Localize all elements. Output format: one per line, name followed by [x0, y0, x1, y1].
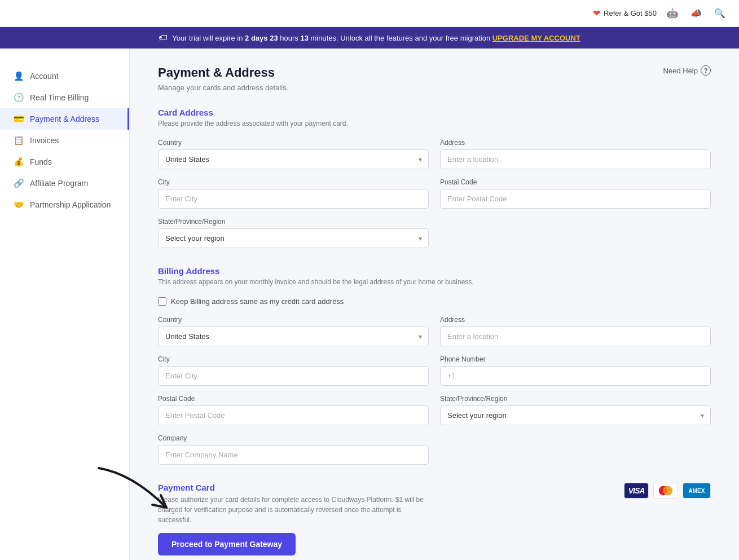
billing-company-spacer	[440, 434, 711, 465]
billing-address-group: Address	[440, 316, 711, 346]
card-address-title: Card Address	[158, 108, 711, 117]
account-icon: 👤	[14, 71, 24, 81]
billing-company-input[interactable]	[158, 445, 429, 465]
clock-icon: 🕐	[14, 92, 24, 103]
card-region-row: State/Province/Region Select your region…	[158, 218, 711, 248]
upgrade-link[interactable]: UPGRADE MY ACCOUNT	[492, 34, 580, 42]
sidebar-item-affiliate[interactable]: 🔗 Affiliate Program	[0, 173, 129, 194]
search-icon-button[interactable]: 🔍	[712, 6, 728, 21]
trial-text: Your trial will expire in 2 days 23 hour…	[172, 34, 580, 42]
page-subtitle: Manage your cards and address details.	[158, 83, 711, 92]
sidebar-item-account[interactable]: 👤 Account	[0, 65, 129, 87]
card-address-desc: Please provide the address associated wi…	[158, 120, 711, 127]
billing-phone-input[interactable]	[440, 366, 711, 386]
card-city-label: City	[158, 178, 429, 186]
billing-postal-input[interactable]	[158, 405, 429, 425]
billing-postal-region-row: Postal Code State/Province/Region Select…	[158, 395, 711, 425]
visa-icon: VISA	[624, 483, 649, 499]
card-address-input[interactable]	[440, 149, 711, 169]
billing-city-input[interactable]	[158, 366, 429, 386]
sidebar-item-invoices[interactable]: 📋 Invoices	[0, 130, 129, 151]
card-postal-group: Postal Code	[440, 178, 711, 209]
card-region-select[interactable]: Select your region California New York T…	[158, 228, 429, 248]
sidebar-item-partnership[interactable]: 🤝 Partnership Application	[0, 194, 129, 215]
card-region-select-wrapper: Select your region California New York T…	[158, 228, 429, 248]
billing-phone-label: Phone Number	[440, 355, 711, 363]
billing-address-input[interactable]	[440, 327, 711, 346]
billing-country-address-row: Country United States United Kingdom Can…	[158, 316, 711, 346]
payment-card-description: Please authorize your card details for c…	[158, 495, 429, 525]
sidebar-item-payment-address[interactable]: 💳 Payment & Address	[0, 108, 129, 130]
sidebar-label-invoices: Invoices	[30, 136, 59, 145]
billing-address-desc: This address appears on your monthly inv…	[158, 278, 711, 286]
billing-company-row: Company	[158, 434, 711, 465]
billing-country-group: Country United States United Kingdom Can…	[158, 316, 429, 346]
amex-icon: AMEX	[683, 483, 711, 499]
billing-region-label: State/Province/Region	[440, 395, 711, 403]
card-country-select[interactable]: United States United Kingdom Canada Aust…	[158, 149, 429, 169]
payment-card-header: Payment Card Please authorize your card …	[158, 483, 711, 525]
card-country-group: Country United States United Kingdom Can…	[158, 139, 429, 169]
page-header: Payment & Address Need Help ?	[158, 65, 711, 80]
billing-postal-group: Postal Code	[158, 395, 429, 425]
billing-country-select[interactable]: United States United Kingdom Canada Aust…	[158, 327, 429, 346]
funds-icon: 💰	[14, 157, 24, 167]
sidebar-item-funds[interactable]: 💰 Funds	[0, 151, 129, 173]
billing-address-section: Billing Address This address appears on …	[158, 266, 711, 465]
billing-phone-group: Phone Number	[440, 355, 711, 386]
invoice-icon: 📋	[14, 135, 24, 145]
need-help-button[interactable]: Need Help ?	[663, 65, 711, 76]
billing-postal-label: Postal Code	[158, 395, 429, 403]
billing-company-group: Company	[158, 434, 429, 465]
payment-card-left: Payment Card Please authorize your card …	[158, 483, 429, 525]
billing-same-checkbox-row: Keep Billing address same as my credit c…	[158, 297, 711, 306]
card-country-select-wrapper: United States United Kingdom Canada Aust…	[158, 149, 429, 169]
sidebar-item-real-time-billing[interactable]: 🕐 Real Time Billing	[0, 87, 129, 108]
billing-region-select-wrapper: Select your region California New York T…	[440, 405, 711, 425]
affiliate-icon: 🔗	[14, 178, 24, 188]
app-layout: 👤 Account 🕐 Real Time Billing 💳 Payment …	[0, 48, 739, 560]
need-help-label: Need Help	[663, 67, 698, 75]
partnership-icon: 🤝	[14, 200, 24, 210]
card-address-label: Address	[440, 139, 711, 147]
page-title: Payment & Address	[158, 65, 275, 80]
billing-city-phone-row: City Phone Number	[158, 355, 711, 386]
billing-same-label[interactable]: Keep Billing address same as my credit c…	[171, 297, 344, 306]
card-icons: VISA AMEX	[624, 483, 711, 499]
help-circle-icon: ?	[701, 65, 711, 76]
card-country-address-row: Country United States United Kingdom Can…	[158, 139, 711, 169]
sidebar-label-account: Account	[30, 72, 59, 81]
proceed-payment-button[interactable]: Proceed to Payment Gateway	[158, 533, 296, 555]
megaphone-icon-button[interactable]: 📣	[688, 6, 704, 21]
billing-company-label: Company	[158, 434, 429, 442]
billing-address-title: Billing Address	[158, 266, 711, 276]
sidebar-label-partnership: Partnership Application	[30, 200, 111, 209]
billing-city-label: City	[158, 355, 429, 363]
refer-label: Refer & Got $50	[604, 9, 657, 17]
refer-button[interactable]: ❤ Refer & Got $50	[593, 8, 657, 19]
card-postal-label: Postal Code	[440, 178, 711, 186]
svg-point-1	[663, 486, 672, 496]
payment-card-title: Payment Card	[158, 483, 429, 492]
card-city-postal-row: City Postal Code	[158, 178, 711, 209]
top-bar: ❤ Refer & Got $50 🤖 📣 🔍	[0, 0, 739, 27]
payment-card-section: Payment Card Please authorize your card …	[158, 483, 711, 555]
card-region-label: State/Province/Region	[158, 218, 429, 226]
warning-icon: 🏷	[159, 33, 168, 43]
heart-icon: ❤	[593, 8, 600, 19]
billing-same-checkbox[interactable]	[158, 297, 166, 306]
sidebar: 👤 Account 🕐 Real Time Billing 💳 Payment …	[0, 48, 130, 560]
card-city-input[interactable]	[158, 189, 429, 209]
card-icon: 💳	[14, 114, 24, 124]
billing-country-label: Country	[158, 316, 429, 324]
card-country-label: Country	[158, 139, 429, 147]
billing-region-group: State/Province/Region Select your region…	[440, 395, 711, 425]
mastercard-icon	[653, 483, 678, 499]
billing-region-select[interactable]: Select your region California New York T…	[440, 405, 711, 425]
card-postal-input[interactable]	[440, 189, 711, 209]
sidebar-label-billing: Real Time Billing	[30, 93, 89, 102]
main-content: Payment & Address Need Help ? Manage you…	[130, 48, 739, 560]
bot-icon-button[interactable]: 🤖	[665, 6, 680, 21]
billing-address-label: Address	[440, 316, 711, 324]
trial-banner: 🏷 Your trial will expire in 2 days 23 ho…	[0, 27, 739, 48]
